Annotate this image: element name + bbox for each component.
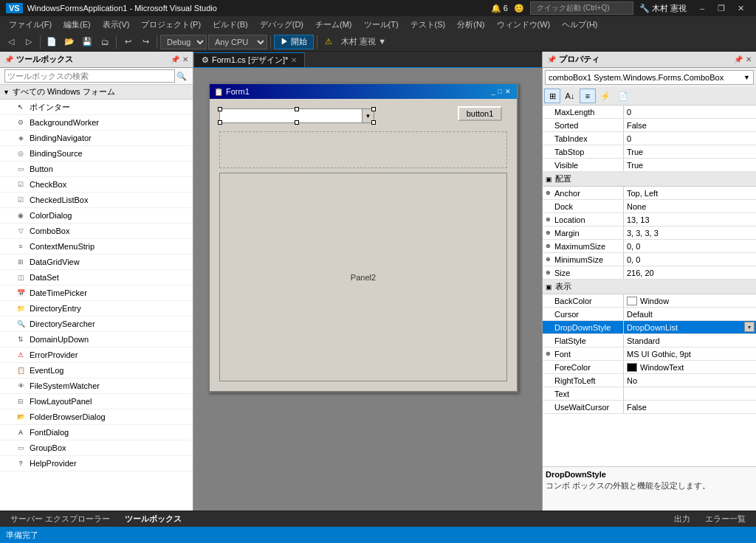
toolbox-item-flowlayoutpanel[interactable]: ⊟ FlowLayoutPanel [0,394,193,409]
prop-row-usewaitcursor[interactable]: UseWaitCursor False [543,401,756,414]
menu-analyze[interactable]: 分析(N) [451,18,490,32]
toolbar-redo-btn[interactable]: ↪ [137,34,154,50]
prop-row-text[interactable]: Text [543,387,756,401]
prop-row-tabindex[interactable]: TabIndex 0 [543,132,756,145]
toolbox-item-directorysearcher[interactable]: 🔍 DirectorySearcher [0,317,193,332]
dropdownstyle-dropdown-arrow[interactable]: ▼ [744,322,755,332]
form-panel2-control[interactable]: Panel2 [219,173,507,381]
menu-team[interactable]: チーム(M) [309,18,358,32]
toolbar-forward-btn[interactable]: ▷ [21,34,37,50]
toolbar-save-btn[interactable]: 💾 [79,34,95,50]
form-minimize-btn[interactable]: _ [492,88,495,95]
prop-row-margin[interactable]: ⊕Margin 3, 3, 3, 3 [543,226,756,240]
prop-row-visible[interactable]: Visible True [543,159,756,172]
prop-row-sorted[interactable]: Sorted False [543,119,756,132]
prop-row-minimumsize[interactable]: ⊕MinimumSize 0, 0 [543,253,756,266]
debug-config-dropdown[interactable]: Debug [160,35,207,49]
toolbox-item-bindingsource[interactable]: ◎ BindingSource [0,146,193,162]
toolbox-item-contextmenustrip[interactable]: ≡ ContextMenuStrip [0,239,193,255]
props-pages-btn[interactable]: 📄 [615,89,631,103]
tab-error-list[interactable]: エラー一覧 [698,512,753,526]
form-content[interactable]: ▼ button1 [210,99,517,391]
tab-output[interactable]: 出力 [667,512,698,526]
prop-row-forecolor[interactable]: ForeColor WindowText [543,361,756,374]
toolbox-search-input[interactable] [4,69,175,83]
toolbox-item-dataset[interactable]: ◫ DataSet [0,270,193,286]
prop-row-cursor[interactable]: Cursor Default [543,308,756,321]
prop-row-anchor[interactable]: ⊕Anchor Top, Left [543,187,756,200]
form-close-btn[interactable]: ✕ [505,88,511,95]
toolbox-item-datetimepicker[interactable]: 📅 DateTimePicker [0,286,193,301]
toolbox-item-domainupdown[interactable]: ⇅ DomainUpDown [0,332,193,347]
toolbox-item-checkbox[interactable]: ☑ CheckBox [0,177,193,193]
props-alpha-btn[interactable]: A↓ [562,89,578,103]
menu-debug[interactable]: デバッグ(D) [254,18,309,32]
menu-view[interactable]: 表示(V) [97,18,136,32]
menu-build[interactable]: ビルド(B) [207,18,254,32]
toolbox-item-folderbrowserdialog[interactable]: 📂 FolderBrowserDialog [0,409,193,425]
props-properties-btn[interactable]: ≡ [580,89,596,103]
prop-row-flatstyle[interactable]: FlatStyle Standard [543,334,756,347]
toolbox-auto-hide-btn[interactable]: 📌 [171,55,179,63]
menu-test[interactable]: テスト(S) [405,18,452,32]
toolbox-item-helpprovider[interactable]: ? HelpProvider [0,456,193,471]
toolbox-item-pointer[interactable]: ↖ ポインター [0,100,193,115]
prop-row-maximumsize[interactable]: ⊕MaximumSize 0, 0 [543,240,756,253]
toolbar-warning-btn[interactable]: ⚠ [320,34,337,50]
props-auto-hide-btn[interactable]: 📌 [734,55,743,63]
prop-row-size[interactable]: ⊕Size 216, 20 [543,266,756,280]
menu-help[interactable]: ヘルプ(H) [556,18,603,32]
props-close-btn[interactable]: ✕ [746,55,752,63]
toolbox-item-filesystemwatcher[interactable]: 👁 FileSystemWatcher [0,378,193,394]
toolbox-item-colordialog[interactable]: ◉ ColorDialog [0,208,193,224]
prop-row-tabstop[interactable]: TabStop True [543,145,756,159]
prop-row-dropdownstyle[interactable]: DropDownStyle DropDownList ▼ [543,321,756,334]
toolbar-back-btn[interactable]: ◁ [3,34,19,50]
menu-window[interactable]: ウィンドウ(W) [491,18,557,32]
close-button[interactable]: ✕ [731,0,750,16]
toolbar-undo-btn[interactable]: ↩ [120,34,136,50]
tab-close-icon[interactable]: ✕ [291,56,297,64]
props-section-layout[interactable]: ▣ 配置 [543,172,756,187]
toolbox-item-backgroundworker[interactable]: ⚙ BackgroundWorker [0,115,193,131]
search-box[interactable]: クイック起動 (Ctrl+Q) [530,1,633,15]
toolbox-item-groupbox[interactable]: ▭ GroupBox [0,440,193,456]
form-combobox-control[interactable]: ▼ [219,108,374,123]
toolbar-open-btn[interactable]: 📂 [61,34,78,50]
design-canvas[interactable]: 📋 Form1 _ □ ✕ ▼ [193,68,542,511]
toolbox-item-directoryentry[interactable]: 📁 DirectoryEntry [0,301,193,317]
toolbox-close-btn[interactable]: ✕ [182,55,188,63]
prop-row-righttoleft[interactable]: RightToLeft No [543,374,756,387]
prop-row-dock[interactable]: Dock None [543,200,756,213]
toolbox-search-icon[interactable]: 🔍 [175,69,188,83]
prop-row-font[interactable]: ⊕Font MS UI Gothic, 9pt [543,347,756,361]
restore-button[interactable]: ❐ [712,0,731,16]
toolbox-item-fontdialog[interactable]: A FontDialog [0,425,193,440]
prop-row-maxlength[interactable]: MaxLength 0 [543,106,756,119]
platform-dropdown[interactable]: Any CPU [208,35,267,49]
toolbox-item-combobox[interactable]: ▽ ComboBox [0,224,193,239]
tab-toolbox-bottom[interactable]: ツールボックス [117,512,189,526]
form-restore-btn[interactable]: □ [498,88,502,95]
prop-row-backcolor[interactable]: BackColor Window [543,294,756,308]
props-object-selector[interactable]: comboBox1 System.Windows.Forms.ComboBox … [545,70,754,85]
toolbox-item-bindingnavigator[interactable]: ◈ BindingNavigator [0,131,193,146]
props-categorized-btn[interactable]: ⊞ [544,89,560,103]
toolbox-item-checkedlistbox[interactable]: ☑ CheckedListBox [0,193,193,208]
toolbar-save-all-btn[interactable]: 🗂 [97,34,113,50]
minimize-button[interactable]: – [693,0,712,16]
run-button[interactable]: ▶ 開始 [274,35,314,49]
menu-edit[interactable]: 編集(E) [58,18,97,32]
menu-project[interactable]: プロジェクト(P) [135,18,207,32]
toolbox-item-button[interactable]: ▭ Button [0,162,193,177]
menu-file[interactable]: ファイル(F) [3,18,58,32]
prop-row-location[interactable]: ⊕Location 13, 13 [543,213,756,226]
props-object-dropdown-icon[interactable]: ▼ [743,74,750,81]
tab-server-explorer[interactable]: サーバー エクスプローラー [3,512,117,526]
props-events-btn[interactable]: ⚡ [597,89,614,103]
toolbox-category-all-forms[interactable]: ▼ すべての Windows フォーム [0,85,193,100]
toolbar-new-btn[interactable]: 📄 [44,34,60,50]
tab-form1-design[interactable]: ⚙ Form1.cs [デザイン]* ✕ [193,52,305,67]
toolbox-item-datagridview[interactable]: ⊞ DataGridView [0,255,193,270]
form-button1-control[interactable]: button1 [458,106,502,121]
